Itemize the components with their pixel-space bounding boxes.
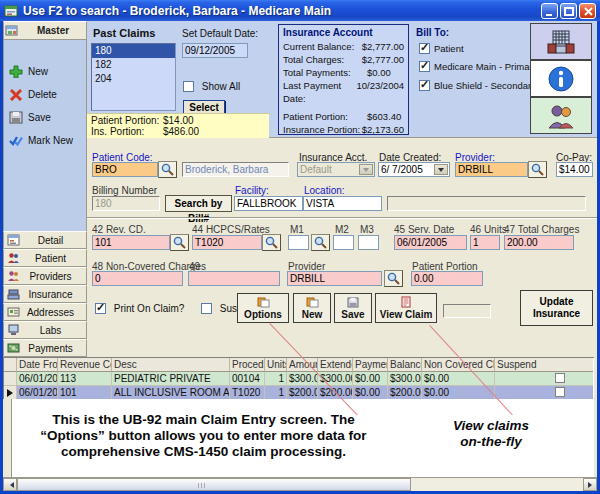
serv-date-input[interactable]: 06/01/2005 [394, 235, 467, 250]
rev-cd-search-button[interactable] [170, 234, 189, 251]
grid-header[interactable]: Revenue Code [58, 358, 112, 372]
magnifier-icon [531, 163, 544, 176]
side-note-line: View claims [431, 418, 551, 434]
location-input[interactable]: VISTA [303, 196, 382, 211]
copay-input[interactable]: $14.00 [556, 162, 593, 177]
bill-to-option-blueshield[interactable]: Blue Shield - Secondary [419, 80, 536, 91]
sidebar-item-payments[interactable]: Payments [3, 339, 87, 357]
scroll-left-arrow[interactable] [3, 478, 17, 491]
sidebar-item-insurance[interactable]: Insurance [3, 285, 87, 303]
client-area: Master New Delete Save Mark New Detail P… [3, 21, 597, 491]
total-charges-input[interactable]: 200.00 [504, 235, 574, 250]
field49-input[interactable] [188, 271, 280, 286]
scrollbar-thumb[interactable] [17, 478, 411, 491]
provider-input[interactable]: DRBILL [455, 162, 528, 177]
m1-search-button[interactable] [311, 234, 330, 251]
magnifier-icon [387, 272, 400, 285]
line-patient-portion-input[interactable]: 0.00 [411, 271, 483, 286]
sidebar-action-delete[interactable]: Delete [9, 86, 57, 102]
sidebar-item-label: Addresses [23, 307, 78, 318]
sidebar-item-labs[interactable]: Labs [3, 321, 87, 339]
patient-search-button[interactable] [158, 161, 177, 178]
bill-to-panel: Bill To: [416, 27, 534, 38]
scroll-right-arrow[interactable] [583, 478, 597, 491]
default-date-input[interactable]: 09/12/2005 [182, 43, 248, 58]
bill-to-checkbox[interactable] [419, 43, 430, 54]
grid-header[interactable]: Units [265, 358, 287, 372]
table-row[interactable]: 06/01/2005 113 PEDIATRIC PRIVATE 00104 1… [4, 372, 594, 386]
sidebar-item-label: Payments [23, 343, 78, 354]
show-all-checkbox-box[interactable] [183, 81, 194, 92]
m2-input[interactable] [333, 235, 354, 250]
grid-header[interactable]: Desc [112, 358, 230, 372]
bill-to-checkbox[interactable] [419, 61, 430, 72]
patient-code-input[interactable]: BRO [92, 162, 158, 177]
view-claim-button[interactable]: View Claim [375, 293, 437, 323]
grid-header[interactable]: Date From [17, 358, 58, 372]
cell-suspend [495, 386, 593, 400]
sidebar-action-save[interactable]: Save [9, 109, 51, 125]
horizontal-scrollbar[interactable] [3, 477, 597, 491]
row-selector[interactable] [4, 372, 17, 386]
grid-header[interactable]: Extended [318, 358, 353, 372]
bill-to-checkbox[interactable] [419, 80, 430, 91]
grid-header[interactable]: Non Covered Charges [422, 358, 495, 372]
table-row[interactable]: 06/01/2005 101 ALL INCLUSIVE ROOM AND BO… [4, 386, 594, 400]
maximize-button[interactable] [560, 3, 577, 19]
hcpcs-input[interactable]: T1020 [192, 235, 262, 250]
date-created-combobox[interactable]: 6/ 7/2005 [378, 162, 450, 177]
sidebar-item-patient[interactable]: Patient [3, 249, 87, 267]
suspend-checkbox[interactable] [555, 373, 565, 383]
facility-input[interactable]: FALLBROOK [234, 196, 303, 211]
cell-date-from: 06/01/2005 [17, 386, 58, 400]
sidebar-item-providers[interactable]: Providers [3, 267, 87, 285]
search-by-bill-button[interactable]: Search by Bill# [165, 195, 232, 212]
grid-header[interactable]: Balance [388, 358, 422, 372]
sidebar-action-mark-new[interactable]: Mark New [9, 132, 73, 148]
past-claims-listbox[interactable]: 180 182 204 [91, 43, 176, 111]
insurance-acct-value: Default [300, 164, 332, 175]
units-input[interactable]: 1 [470, 235, 500, 250]
bill-to-option-patient[interactable]: Patient [419, 43, 464, 54]
options-button[interactable]: Options [237, 293, 289, 323]
hcpcs-search-button[interactable] [262, 234, 281, 251]
minimize-button[interactable] [541, 3, 558, 19]
ins-row-value: $0.00 [367, 66, 391, 79]
show-all-checkbox[interactable]: Show All [183, 81, 240, 92]
row-selector-icon[interactable] [4, 386, 17, 400]
suspend-checkbox[interactable] [555, 387, 565, 397]
scrollbar-track[interactable] [411, 478, 583, 491]
payments-icon [7, 342, 20, 354]
print-on-claim-box[interactable] [95, 303, 106, 314]
save-line-button[interactable]: Save [334, 293, 372, 323]
print-on-claim-checkbox[interactable]: Print On Claim? [95, 303, 184, 314]
sidebar-item-detail[interactable]: Detail [3, 231, 87, 249]
sidebar-master-header[interactable]: Master [3, 21, 87, 40]
past-claims-item[interactable]: 182 [92, 58, 175, 72]
insurance-acct-combobox[interactable]: Default [297, 162, 375, 177]
close-button[interactable] [579, 3, 596, 19]
provider-search-button[interactable] [528, 161, 547, 178]
facility-button[interactable] [530, 23, 592, 60]
bill-to-option-medicare[interactable]: Medicare Main - Primary [419, 61, 537, 72]
m3-input[interactable] [358, 235, 379, 250]
patients-button[interactable] [530, 97, 592, 134]
new-line-button[interactable]: New [293, 293, 331, 323]
noncovered-input[interactable]: 0 [92, 271, 183, 286]
m1-input[interactable] [288, 235, 309, 250]
window-title: Use F2 to search - Broderick, Barbara - … [23, 4, 539, 18]
info-button[interactable] [530, 60, 592, 97]
cell-units: 1 [265, 386, 287, 400]
rev-cd-input[interactable]: 101 [92, 235, 170, 250]
line-provider-input[interactable]: DRBILL [287, 271, 382, 286]
grid-header[interactable]: Procedure [230, 358, 265, 372]
suspended-box[interactable] [201, 303, 212, 314]
grid-header[interactable]: Payments [353, 358, 388, 372]
past-claims-item[interactable]: 204 [92, 72, 175, 86]
line-provider-search-button[interactable] [384, 270, 403, 287]
update-insurance-button[interactable]: Update Insurance [520, 290, 593, 326]
grid-header[interactable]: Suspend [495, 358, 593, 372]
sidebar-item-addresses[interactable]: Addresses [3, 303, 87, 321]
past-claims-item[interactable]: 180 [92, 44, 175, 58]
sidebar-action-new[interactable]: New [9, 63, 48, 79]
